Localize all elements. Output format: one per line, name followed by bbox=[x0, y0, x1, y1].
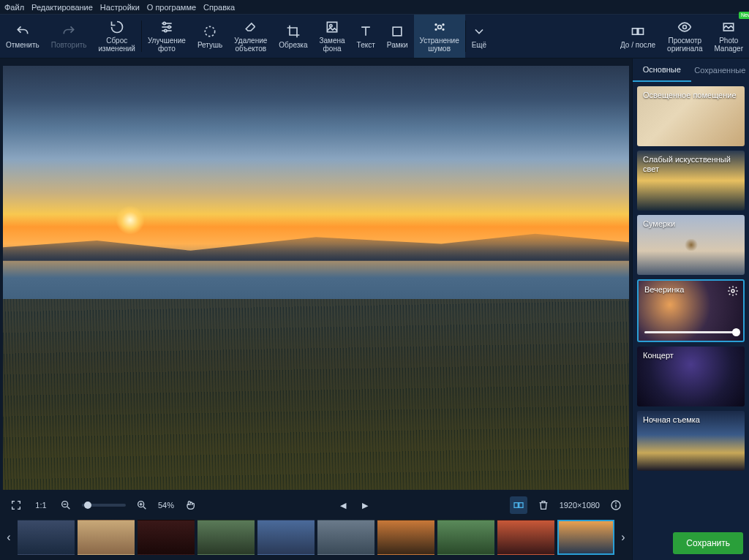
svg-point-30 bbox=[616, 503, 617, 504]
eraser-icon bbox=[244, 20, 258, 34]
filmstrip-next[interactable]: › bbox=[617, 520, 629, 555]
crop-button[interactable]: Обрезка bbox=[273, 15, 313, 58]
controls-bar: 1:1 54% ◀ ▶ 1920×1080 bbox=[0, 493, 632, 518]
menu-file[interactable]: Файл bbox=[4, 3, 24, 12]
svg-rect-9 bbox=[393, 27, 402, 36]
canvas-viewport[interactable] bbox=[0, 58, 632, 493]
save-button[interactable]: Сохранить bbox=[673, 532, 743, 554]
before-after-button[interactable]: До / после bbox=[614, 15, 661, 58]
svg-point-31 bbox=[731, 290, 734, 292]
svg-rect-15 bbox=[633, 28, 638, 34]
svg-point-5 bbox=[165, 29, 167, 31]
chevron-down-icon bbox=[472, 24, 486, 39]
thumbnail[interactable] bbox=[197, 520, 255, 555]
redo-button[interactable]: Повторить bbox=[45, 15, 93, 58]
preset-party[interactable]: Вечеринка bbox=[637, 279, 745, 342]
panel-tabs: Основные Сохраненные bbox=[633, 58, 749, 82]
fullscreen-button[interactable] bbox=[7, 496, 25, 514]
compare-icon bbox=[631, 24, 645, 39]
thumbnail[interactable] bbox=[257, 520, 315, 555]
remove-objects-button[interactable]: Удаление объектов bbox=[228, 15, 273, 58]
zoom-slider[interactable] bbox=[82, 504, 126, 507]
filmstrip-prev[interactable]: ‹ bbox=[3, 520, 15, 555]
reset-button[interactable]: Сброс изменений bbox=[93, 15, 141, 58]
photo-manager-button[interactable]: New Photo Manager bbox=[709, 15, 749, 58]
undo-button[interactable]: Отменить bbox=[0, 15, 45, 58]
pan-button[interactable] bbox=[181, 496, 199, 514]
text-icon bbox=[358, 24, 373, 39]
filmstrip: ‹ › bbox=[0, 518, 632, 560]
frames-button[interactable]: Рамки bbox=[381, 15, 414, 58]
preset-concert[interactable]: Концерт bbox=[637, 347, 745, 406]
svg-point-6 bbox=[205, 26, 214, 36]
canvas-area: 1:1 54% ◀ ▶ 1920×1080 ‹ bbox=[0, 58, 632, 560]
svg-point-3 bbox=[163, 22, 165, 24]
retouch-button[interactable]: Ретушь bbox=[192, 15, 228, 58]
frame-icon bbox=[390, 24, 404, 39]
preset-lit-room[interactable]: Освещенное помещение bbox=[637, 86, 745, 146]
tab-saved[interactable]: Сохраненные bbox=[691, 58, 750, 82]
svg-rect-16 bbox=[639, 28, 644, 34]
gear-icon[interactable] bbox=[727, 285, 739, 297]
sliders-icon bbox=[159, 20, 174, 34]
redo-icon bbox=[61, 24, 76, 39]
svg-point-12 bbox=[443, 24, 444, 26]
editing-image bbox=[3, 66, 629, 490]
text-button[interactable]: Текст bbox=[351, 15, 381, 58]
next-image-button[interactable]: ▶ bbox=[356, 496, 374, 514]
enhance-button[interactable]: Улучшение фото bbox=[142, 15, 192, 58]
dimensions-label: 1920×1080 bbox=[560, 501, 600, 510]
svg-point-11 bbox=[435, 24, 437, 26]
zoom-in-button[interactable] bbox=[133, 496, 151, 514]
thumbnail[interactable] bbox=[497, 520, 554, 555]
thumbnails-toggle[interactable] bbox=[510, 496, 527, 514]
svg-point-8 bbox=[330, 25, 332, 27]
preset-intensity-slider[interactable] bbox=[644, 331, 737, 333]
zoom-out-button[interactable] bbox=[57, 496, 75, 514]
replace-bg-button[interactable]: Замена фона bbox=[313, 15, 350, 58]
eye-icon bbox=[677, 20, 692, 34]
background-icon bbox=[325, 20, 339, 34]
fit-1to1-button[interactable]: 1:1 bbox=[32, 496, 50, 514]
svg-line-23 bbox=[143, 507, 146, 509]
svg-line-20 bbox=[67, 507, 69, 509]
thumbnail[interactable] bbox=[377, 520, 434, 555]
toolbar: Отменить Повторить Сброс изменений Улучш… bbox=[0, 15, 749, 58]
thumbnail[interactable] bbox=[317, 520, 374, 555]
prev-image-button[interactable]: ◀ bbox=[334, 496, 352, 514]
right-panel: Основные Сохраненные Освещенное помещени… bbox=[632, 58, 749, 560]
view-original-button[interactable]: Просмотр оригинала bbox=[661, 15, 708, 58]
undo-icon bbox=[15, 24, 30, 39]
tab-main[interactable]: Основные bbox=[633, 58, 691, 82]
menu-help[interactable]: Справка bbox=[203, 3, 235, 12]
menu-about[interactable]: О программе bbox=[147, 3, 196, 12]
crop-icon bbox=[286, 24, 301, 39]
zoom-percent-label: 54% bbox=[158, 501, 174, 510]
more-button[interactable]: Ещё bbox=[466, 15, 492, 58]
menu-edit[interactable]: Редактирование bbox=[31, 3, 93, 12]
reset-icon bbox=[110, 20, 124, 34]
thumbnail[interactable] bbox=[437, 520, 494, 555]
new-badge: New bbox=[739, 12, 749, 19]
presets-list[interactable]: Освещенное помещение Слабый искусственны… bbox=[633, 82, 749, 526]
svg-rect-27 bbox=[519, 503, 522, 508]
delete-button[interactable] bbox=[535, 496, 552, 514]
thumbnail[interactable] bbox=[78, 520, 135, 555]
svg-point-17 bbox=[683, 26, 687, 29]
svg-point-10 bbox=[437, 26, 441, 29]
info-button[interactable] bbox=[607, 496, 625, 514]
svg-point-13 bbox=[435, 29, 437, 31]
svg-point-4 bbox=[168, 26, 170, 28]
retouch-icon bbox=[203, 24, 217, 39]
thumbnail-selected[interactable] bbox=[557, 520, 614, 555]
svg-point-14 bbox=[443, 29, 444, 31]
menu-bar: Файл Редактирование Настройки О программ… bbox=[0, 0, 749, 15]
thumbnail[interactable] bbox=[138, 520, 195, 555]
menu-settings[interactable]: Настройки bbox=[100, 3, 140, 12]
svg-rect-26 bbox=[514, 503, 518, 508]
preset-twilight[interactable]: Сумерки bbox=[637, 215, 745, 275]
denoise-button[interactable]: Устранение шумов bbox=[414, 15, 465, 58]
preset-low-artificial-light[interactable]: Слабый искусственный свет bbox=[637, 151, 745, 211]
preset-night-shot[interactable]: Ночная съемка bbox=[637, 411, 745, 471]
thumbnail[interactable] bbox=[18, 520, 75, 555]
